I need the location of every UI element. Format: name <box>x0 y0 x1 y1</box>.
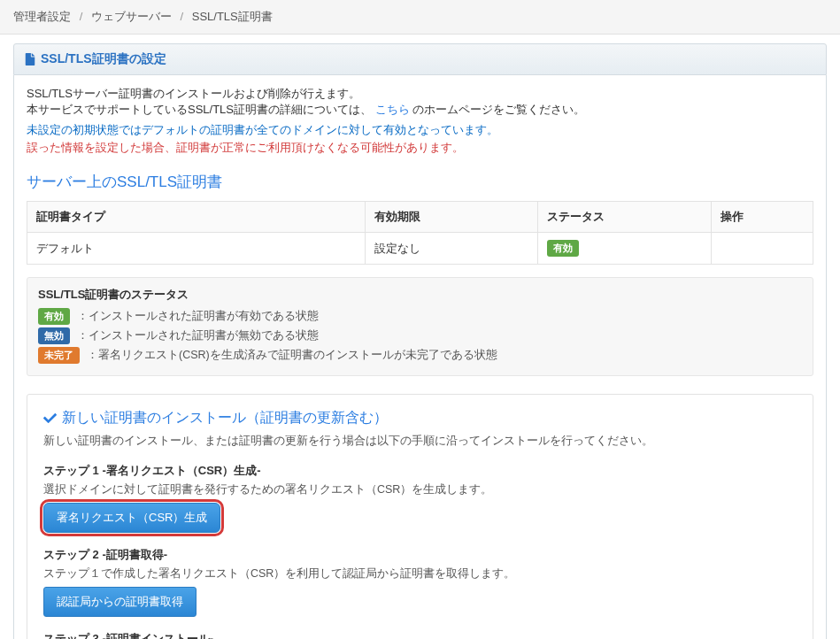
status-legend-row: 無効 ：インストールされた証明書が無効である状態 <box>38 327 802 344</box>
step1-desc: 選択ドメインに対して証明書を発行するための署名リクエスト（CSR）を生成します。 <box>43 482 797 497</box>
step1-title: ステップ 1 -署名リクエスト（CSR）生成- <box>43 463 797 479</box>
install-title-text: 新しい証明書のインストール（証明書の更新含む） <box>62 409 388 427</box>
breadcrumb-item-admin[interactable]: 管理者設定 <box>13 10 71 23</box>
badge-incomplete: 未完了 <box>38 347 80 364</box>
panel-title-text: SSL/TLS証明書の設定 <box>41 51 166 67</box>
get-cert-from-ca-button[interactable]: 認証局からの証明書取得 <box>43 587 197 617</box>
details-link[interactable]: こちら <box>375 103 410 116</box>
col-action: 操作 <box>711 202 813 233</box>
step2-title: ステップ 2 -証明書取得- <box>43 547 797 563</box>
note-default-enabled: 未設定の初期状態ではデフォルトの証明書が全てのドメインに対して有効となっています… <box>27 123 813 138</box>
cell-type: デフォルト <box>27 233 366 265</box>
breadcrumb-sep: / <box>80 10 83 23</box>
server-certs-heading: サーバー上のSSL/TLS証明書 <box>27 172 813 192</box>
install-panel: 新しい証明書のインストール（証明書の更新含む） 新しい証明書のインストール、また… <box>27 394 813 639</box>
breadcrumb-item-webserver[interactable]: ウェブサーバー <box>91 10 172 23</box>
cell-status: 有効 <box>538 233 711 265</box>
col-type: 証明書タイプ <box>27 202 366 233</box>
status-legend: SSL/TLS証明書のステータス 有効 ：インストールされた証明書が有効である状… <box>27 277 813 376</box>
col-expiry: 有効期限 <box>365 202 537 233</box>
badge-incomplete-text: ：署名リクエスト(CSR)を生成済みで証明書のインストールが未完了である状態 <box>87 348 497 363</box>
csr-generate-button[interactable]: 署名リクエスト（CSR）生成 <box>43 503 220 533</box>
cell-action <box>711 233 813 265</box>
cert-table: 証明書タイプ 有効期限 ステータス 操作 デフォルト 設定なし 有効 <box>27 201 813 265</box>
panel-desc-2: 本サービスでサポートしているSSL/TLS証明書の詳細については、 こちら のホ… <box>27 102 813 118</box>
install-desc: 新しい証明書のインストール、または証明書の更新を行う場合は以下の手順に沿ってイン… <box>43 433 797 449</box>
status-legend-row: 未完了 ：署名リクエスト(CSR)を生成済みで証明書のインストールが未完了である… <box>38 347 802 364</box>
step3-title: ステップ 3 -証明書インストール- <box>43 631 797 639</box>
cell-expiry: 設定なし <box>365 233 537 265</box>
col-status: ステータス <box>538 202 711 233</box>
file-icon <box>25 53 35 65</box>
badge-valid: 有効 <box>38 308 70 325</box>
status-legend-row: 有効 ：インストールされた証明書が有効である状態 <box>38 308 802 325</box>
check-icon <box>43 412 57 425</box>
status-legend-title: SSL/TLS証明書のステータス <box>38 287 802 303</box>
badge-invalid: 無効 <box>38 327 70 344</box>
panel-desc-1: SSL/TLSサーバー証明書のインストールおよび削除が行えます。 <box>27 86 813 102</box>
badge-invalid-text: ：インストールされた証明書が無効である状態 <box>77 328 319 343</box>
install-title: 新しい証明書のインストール（証明書の更新含む） <box>43 409 797 427</box>
table-row: デフォルト 設定なし 有効 <box>27 233 813 265</box>
panel-desc-2-post: のホームページをご覧ください。 <box>412 103 585 116</box>
step2-desc: ステップ１で作成した署名リクエスト（CSR）を利用して認証局から証明書を取得しま… <box>43 566 797 581</box>
panel-desc-2-pre: 本サービスでサポートしているSSL/TLS証明書の詳細については、 <box>27 103 372 116</box>
status-badge: 有効 <box>547 240 579 257</box>
panel-body: SSL/TLSサーバー証明書のインストールおよび削除が行えます。 本サービスでサ… <box>13 75 827 639</box>
breadcrumb: 管理者設定 / ウェブサーバー / SSL/TLS証明書 <box>0 0 840 35</box>
badge-valid-text: ：インストールされた証明書が有効である状態 <box>77 309 319 324</box>
breadcrumb-sep: / <box>181 10 184 23</box>
note-warning: 誤った情報を設定した場合、証明書が正常にご利用頂けなくなる可能性があります。 <box>27 141 813 156</box>
panel-title: SSL/TLS証明書の設定 <box>13 43 827 75</box>
breadcrumb-item-ssl[interactable]: SSL/TLS証明書 <box>192 10 273 23</box>
